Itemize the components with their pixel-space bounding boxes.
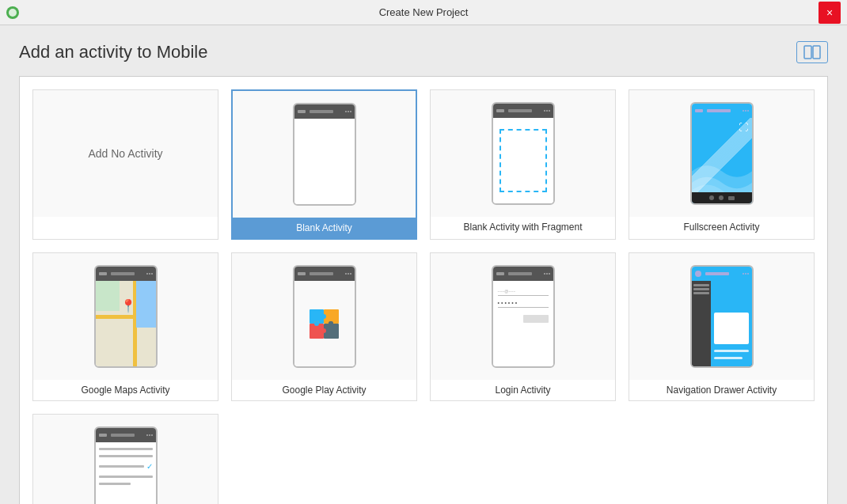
activity-card-no-activity[interactable]: Add No Activity xyxy=(32,89,218,240)
menu-dot xyxy=(743,273,744,275)
nav-back xyxy=(709,195,714,200)
phone-dot xyxy=(695,271,701,277)
nav-card xyxy=(714,313,749,344)
phone-title-bar xyxy=(508,272,532,275)
card-preview-fragment xyxy=(431,90,615,217)
settings-row1 xyxy=(99,447,153,451)
phone-menu xyxy=(743,110,749,112)
phone-top-bar-fullscreen xyxy=(692,104,752,118)
svg-point-15 xyxy=(329,321,333,326)
main-content: Add an activity to Mobile Add No Activit… xyxy=(0,25,847,504)
settings-row5 xyxy=(99,482,153,486)
card-label-play: Google Play Activity xyxy=(232,380,416,400)
menu-dot xyxy=(544,273,545,275)
activity-card-fullscreen[interactable]: ⛶ Fullscreen Activity xyxy=(629,89,815,240)
menu-dot xyxy=(745,110,746,112)
nav-main-content xyxy=(711,281,752,366)
fragment-placeholder xyxy=(499,129,547,192)
phone-nav-drawer xyxy=(690,265,754,368)
drawer-item xyxy=(693,288,709,290)
close-button[interactable]: × xyxy=(819,2,841,24)
wave-line xyxy=(714,357,743,359)
page-title: Add an activity to Mobile xyxy=(19,42,207,63)
phone-body-login: ~~~@~~~ •••••• xyxy=(493,281,553,366)
phone-title-bar xyxy=(707,109,731,112)
phone-title-bar xyxy=(111,434,135,437)
menu-dot xyxy=(743,110,744,112)
phone-dots xyxy=(695,271,729,277)
phone-title-bar xyxy=(310,110,333,113)
activity-card-blank[interactable]: Blank Activity xyxy=(231,89,417,240)
phone-body-nav xyxy=(692,281,752,366)
checkmark-icon: ✓ xyxy=(146,462,153,471)
menu-dot xyxy=(348,111,349,112)
view-toggle-button[interactable] xyxy=(796,41,828,63)
svg-rect-2 xyxy=(813,46,820,59)
menu-dot xyxy=(345,273,347,275)
menu-dot xyxy=(546,110,548,112)
phone-menu xyxy=(345,111,351,112)
phone-menu xyxy=(146,434,153,436)
menu-dot xyxy=(747,110,749,112)
card-label-login: Login Activity xyxy=(431,380,615,400)
card-preview-fullscreen: ⛶ xyxy=(629,90,814,217)
login-button-container xyxy=(498,315,549,323)
card-preview-maps: 📍 xyxy=(33,253,218,380)
phone-body-fullscreen: ⛶ xyxy=(692,118,752,203)
menu-dot xyxy=(350,273,351,275)
menu-dot xyxy=(549,273,550,275)
phone-dots xyxy=(496,272,532,275)
card-preview-play xyxy=(232,253,416,380)
menu-dot xyxy=(151,273,153,275)
nav-home xyxy=(719,195,724,200)
phone-body-maps: 📍 xyxy=(96,281,156,366)
activity-card-fragment[interactable]: Blank Activity with Fragment xyxy=(430,89,616,240)
card-preview-nav-drawer xyxy=(629,253,814,380)
menu-dot xyxy=(745,273,746,275)
activity-card-nav-drawer[interactable]: Navigation Drawer Activity xyxy=(629,252,815,401)
phone-dot xyxy=(298,110,306,113)
settings-row4 xyxy=(99,475,153,479)
puzzle-icon xyxy=(306,306,342,342)
phone-dot xyxy=(99,434,107,437)
phone-dots xyxy=(298,110,333,113)
water xyxy=(136,281,155,328)
menu-dot xyxy=(348,273,349,275)
phone-menu xyxy=(146,273,153,275)
phone-play xyxy=(293,265,356,368)
phone-title-bar xyxy=(111,272,135,275)
menu-dot xyxy=(747,273,749,275)
menu-dot xyxy=(345,111,347,112)
page-header: Add an activity to Mobile xyxy=(19,41,828,63)
phone-menu xyxy=(544,273,550,275)
menu-dot xyxy=(549,110,550,112)
settings-row3: ✓ xyxy=(99,461,153,472)
svg-point-12 xyxy=(321,314,326,319)
settings-line xyxy=(99,455,153,457)
menu-dot xyxy=(149,434,150,436)
phone-body-play xyxy=(294,281,355,366)
activity-card-play[interactable]: Google Play Activity xyxy=(231,252,417,401)
settings-line xyxy=(99,448,153,450)
map-pin-icon: 📍 xyxy=(120,300,136,313)
menu-dot xyxy=(544,110,545,112)
menu-dot xyxy=(350,111,351,112)
activity-card-login[interactable]: ~~~@~~~ •••••• Login Activity xyxy=(430,252,616,401)
wave-line xyxy=(714,350,749,352)
phone-login: ~~~@~~~ •••••• xyxy=(492,265,555,368)
activity-card-maps[interactable]: 📍 Google Maps Activity xyxy=(32,252,218,401)
drawer-item xyxy=(693,284,709,286)
phone-dots xyxy=(99,434,135,437)
phone-fragment xyxy=(492,102,555,205)
phone-body-settings: ✓ xyxy=(96,442,156,504)
card-preview-no-activity: Add No Activity xyxy=(33,90,218,217)
phone-dot xyxy=(99,272,107,275)
settings-line xyxy=(99,483,131,485)
menu-dot xyxy=(146,434,148,436)
phone-dots xyxy=(695,109,731,112)
svg-point-13 xyxy=(314,321,319,326)
activity-card-settings[interactable]: ✓ Settings Activity xyxy=(32,414,218,504)
phone-dot xyxy=(496,109,504,112)
view-toggle-icon xyxy=(803,45,821,59)
phone-menu xyxy=(544,110,550,112)
